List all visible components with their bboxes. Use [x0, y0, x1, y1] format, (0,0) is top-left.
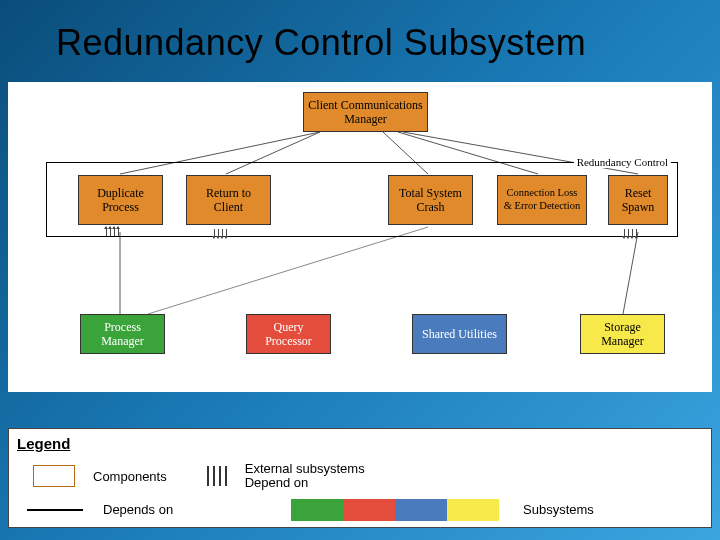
components-label: Components: [93, 469, 167, 484]
redundancy-control-label: Redundancy Control: [574, 156, 671, 168]
subsystem-swatches: [291, 499, 499, 521]
external-label: External subsystems Depend on: [245, 462, 385, 491]
conn-loss-error-node: Connection Loss & Error Detection: [497, 175, 587, 225]
svg-line-7: [623, 232, 638, 314]
slide-title: Redundancy Control Subsystem: [0, 0, 720, 64]
shared-utilities-node: Shared Utilities: [412, 314, 507, 354]
green-swatch: [291, 499, 343, 521]
svg-line-6: [148, 227, 428, 314]
subsystems-label: Subsystems: [523, 502, 594, 517]
return-to-client-node: Return to Client: [186, 175, 271, 225]
ticks-icon: [106, 229, 119, 236]
depends-on-label: Depends on: [103, 502, 213, 517]
external-ticks-icon: [207, 466, 227, 486]
yellow-swatch: [447, 499, 499, 521]
legend-row-2: Depends on Subsystems: [9, 491, 711, 521]
red-swatch: [343, 499, 395, 521]
blue-swatch: [395, 499, 447, 521]
depends-on-line-icon: [27, 509, 83, 511]
components-swatch: [33, 465, 75, 487]
process-manager-node: Process Manager: [80, 314, 165, 354]
diagram-area: Client Communications Manager Redundancy…: [8, 82, 712, 392]
legend-row: Components External subsystems Depend on: [9, 452, 711, 491]
query-processor-node: Query Processor: [246, 314, 331, 354]
legend-title: Legend: [9, 429, 711, 452]
ticks-icon: [214, 229, 227, 236]
reset-spawn-node: Reset Spawn: [608, 175, 668, 225]
ticks-icon: [624, 229, 637, 236]
duplicate-process-node: Duplicate Process: [78, 175, 163, 225]
client-comm-manager-node: Client Communications Manager: [303, 92, 428, 132]
total-system-crash-node: Total System Crash: [388, 175, 473, 225]
legend-panel: Legend Components External subsystems De…: [8, 428, 712, 528]
storage-manager-node: Storage Manager: [580, 314, 665, 354]
